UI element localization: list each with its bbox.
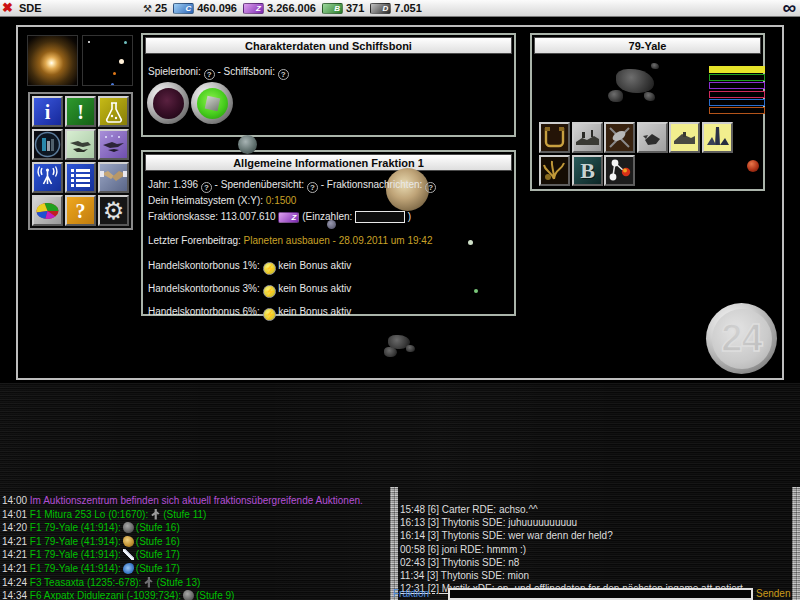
- galaxy-thumbnail[interactable]: [27, 35, 78, 86]
- gear-icon: ⚙: [103, 199, 125, 223]
- infinity-icon: ∞: [782, 0, 796, 19]
- yale-slot-ship[interactable]: [637, 122, 668, 153]
- event-log-line: 14:24 F3 Teasaxta (1235:-678):(Stufe 13): [2, 576, 388, 590]
- deposit-input[interactable]: [355, 211, 405, 223]
- help-badge[interactable]: ?: [278, 69, 289, 80]
- chat-line: 15:48 [6] Carter RDE: achso.^^: [400, 503, 788, 516]
- help-badge[interactable]: ?: [204, 69, 215, 80]
- resource-tool: ⚒ 25: [143, 2, 167, 14]
- home-system-line: Dein Heimatsystem (X:Y): 0:1500: [148, 195, 296, 206]
- event-log-line: 14:21 F1 79-Yale (41:914):(Stufe 16): [2, 535, 388, 549]
- asteroid-sprite: [608, 90, 623, 102]
- yale-slot-factory[interactable]: [572, 122, 603, 153]
- resource-bar-indicator: [709, 74, 765, 81]
- event-icon: [150, 509, 161, 520]
- menu-help-button[interactable]: ?: [65, 195, 96, 226]
- asteroid-sprite: [406, 345, 415, 352]
- planet-sprite: [238, 135, 257, 154]
- lightning-icon[interactable]: [263, 285, 276, 298]
- resource-bar-indicator: [709, 107, 765, 114]
- chat-input[interactable]: [448, 588, 753, 600]
- menu-grid: i !: [28, 92, 133, 230]
- tool-value: 25: [155, 2, 167, 14]
- menu-messages-button[interactable]: [65, 162, 96, 193]
- asteroid-sprite: [651, 63, 659, 69]
- chat-line: 02:43 [3] Thytonis SDE: n8: [400, 556, 788, 569]
- menu-statistics-button[interactable]: [32, 195, 63, 226]
- send-button[interactable]: Senden: [756, 588, 790, 599]
- close-icon[interactable]: ✖: [2, 0, 13, 15]
- currency-icon: Z: [243, 3, 264, 14]
- event-log-line: 14:21 F1 79-Yale (41:914):(Stufe 17): [2, 548, 388, 562]
- home-system-link[interactable]: 0:1500: [266, 195, 297, 206]
- resource-bar-indicator: [709, 82, 765, 89]
- resource-item: D 7.051: [370, 2, 422, 14]
- menu-combat-button[interactable]: [98, 129, 129, 160]
- resource-bar: ⚒ 25 C 460.096 Z 3.266.006 B: [143, 2, 422, 14]
- system-panel: 79-Yale: [530, 33, 765, 191]
- menu-fleet-button[interactable]: [65, 129, 96, 160]
- combat-icon: [100, 131, 127, 158]
- faction-panel-title: Allgemeine Informationen Fraktion 1: [145, 154, 512, 171]
- question-icon: ?: [76, 201, 86, 221]
- event-log-line: 14:01 F1 Mitura 253 Lo (0:1670):(Stufe 1…: [2, 508, 388, 522]
- currency-value: 7.051: [394, 2, 422, 14]
- yale-slot-plant[interactable]: [539, 155, 570, 186]
- cube-icon: [204, 95, 219, 110]
- menu-research-button[interactable]: [98, 96, 129, 127]
- chat-scrollbar-right[interactable]: [792, 487, 800, 600]
- yale-slot-station[interactable]: [669, 122, 700, 153]
- yale-slot-obelisk[interactable]: [702, 122, 733, 153]
- currency-value: 3.266.006: [267, 2, 316, 14]
- faction-info-line: Jahr: 1.396 ? - Spendenübersicht: ? - Fr…: [148, 179, 436, 193]
- resource-item: B 371: [322, 2, 364, 14]
- chat-scrollbar-left[interactable]: [390, 487, 398, 600]
- yale-slot-research-network[interactable]: [604, 155, 635, 186]
- tick-counter[interactable]: 24: [706, 303, 777, 374]
- help-badge[interactable]: ?: [425, 182, 436, 193]
- lightning-icon[interactable]: [263, 262, 276, 275]
- event-log-line: 14:00 Im Auktionszentrum befinden sich a…: [2, 494, 388, 508]
- trade-bonus-row: Handelskontorbonus 6%: kein Bonus aktiv: [148, 306, 351, 321]
- forum-post-link[interactable]: Planeten ausbauen - 28.09.2011 um 19:42: [244, 235, 433, 246]
- menu-settings-button[interactable]: ⚙: [98, 195, 129, 226]
- chat-channel-tab[interactable]: Fraktion: [393, 588, 429, 599]
- chat-line: 00:58 [6] joni RDE: hmmm :): [400, 543, 788, 556]
- help-badge[interactable]: ?: [307, 182, 318, 193]
- resource-bar-indicator: [709, 99, 765, 106]
- menu-info-button[interactable]: i: [32, 96, 63, 127]
- resource-item: C 460.096: [173, 2, 237, 14]
- event-icon: [123, 563, 134, 574]
- spielerboni-orb[interactable]: [147, 82, 189, 124]
- event-log: 14:00 Im Auktionszentrum befinden sich a…: [2, 494, 388, 600]
- antenna-icon: [35, 165, 60, 190]
- currency-value: 460.096: [197, 2, 237, 14]
- event-icon: [123, 536, 134, 547]
- yale-slot-b-building[interactable]: B: [572, 155, 603, 186]
- system-panel-title: 79-Yale: [534, 37, 761, 54]
- event-icon: [183, 590, 194, 600]
- chat-line: 16:14 [3] Thytonis SDE: wer war denn der…: [400, 529, 788, 542]
- schiffsboni-orb[interactable]: [191, 82, 233, 124]
- resource-bar-indicator: [709, 66, 765, 73]
- currency-icon: D: [370, 3, 391, 14]
- asteroid-sprite: [384, 347, 397, 357]
- info-icon: i: [45, 102, 51, 122]
- menu-station-button[interactable]: [32, 129, 63, 160]
- star-dot: [468, 240, 473, 245]
- chat-line: 16:13 [3] Thytonis SDE: juhuuuuuuuuuu: [400, 516, 788, 529]
- station-icon: [34, 131, 61, 158]
- star-dot: [88, 41, 90, 43]
- yale-slot-satellite[interactable]: [604, 122, 635, 153]
- list-icon: [68, 165, 93, 190]
- starfield-thumbnail[interactable]: [82, 35, 133, 86]
- menu-events-button[interactable]: !: [65, 96, 96, 127]
- menu-comms-button[interactable]: [32, 162, 63, 193]
- event-log-line: 14:34 F6 Axpatx Didulezani (-1039:734):(…: [2, 589, 388, 600]
- yale-slot-gate[interactable]: [539, 122, 570, 153]
- help-badge[interactable]: ?: [201, 182, 212, 193]
- lightning-icon[interactable]: [263, 308, 276, 321]
- star-dot: [474, 289, 478, 293]
- menu-diplomacy-button[interactable]: [98, 162, 129, 193]
- treasury-line: Fraktionskasse: 113.007.610 Z (Einzahlen…: [148, 211, 411, 223]
